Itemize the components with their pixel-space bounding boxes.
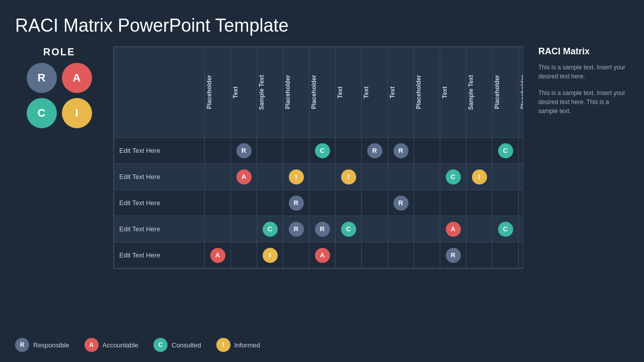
cell-3-6[interactable] bbox=[362, 216, 388, 242]
cell-2-5[interactable] bbox=[336, 190, 362, 216]
row-label-3[interactable]: Edit Text Here bbox=[114, 216, 205, 242]
cell-3-7[interactable] bbox=[388, 216, 414, 242]
col-header-11: Sample Text bbox=[466, 47, 493, 138]
col-header-5: Placeholder bbox=[309, 47, 336, 138]
cell-1-12[interactable] bbox=[519, 164, 524, 190]
cell-2-1[interactable] bbox=[231, 190, 257, 216]
cell-3-10[interactable] bbox=[466, 216, 493, 242]
badge-r: R bbox=[289, 196, 304, 211]
cell-2-8[interactable] bbox=[414, 190, 440, 216]
cell-4-10[interactable] bbox=[466, 242, 493, 268]
cell-3-2[interactable]: C bbox=[257, 216, 283, 242]
badge-i: I bbox=[263, 248, 278, 263]
cell-4-8[interactable] bbox=[414, 242, 440, 268]
cell-4-11[interactable] bbox=[493, 242, 519, 268]
cell-4-12[interactable] bbox=[519, 242, 524, 268]
cell-4-7[interactable] bbox=[388, 242, 414, 268]
row-label-4[interactable]: Edit Text Here bbox=[114, 242, 205, 268]
row-label-0[interactable]: Edit Text Here bbox=[114, 138, 205, 164]
cell-3-0[interactable] bbox=[205, 216, 231, 242]
cell-1-1[interactable]: A bbox=[231, 164, 257, 190]
row-label-2[interactable]: Edit Text Here bbox=[114, 190, 205, 216]
matrix-container: Placeholder Text Sample Text Placeholder… bbox=[113, 46, 523, 269]
cell-3-11[interactable]: C bbox=[493, 216, 519, 242]
legend-c-label: Consulted bbox=[172, 341, 201, 349]
cell-3-4[interactable]: R bbox=[309, 216, 336, 242]
badge-r: R bbox=[367, 143, 382, 158]
cell-1-11[interactable] bbox=[493, 164, 519, 190]
col-header-9: Placeholder bbox=[414, 47, 440, 138]
content-area: ROLE R A C I Placeholder Text Sample Tex… bbox=[15, 46, 629, 325]
role-r-circle: R bbox=[27, 63, 57, 93]
cell-1-4[interactable] bbox=[309, 164, 336, 190]
cell-3-1[interactable] bbox=[231, 216, 257, 242]
legend-bar: R Responsible A Accountable C Consulted … bbox=[15, 333, 629, 352]
cell-2-9[interactable] bbox=[440, 190, 466, 216]
cell-0-12[interactable]: R bbox=[519, 138, 524, 164]
cell-4-6[interactable] bbox=[362, 242, 388, 268]
role-label: ROLE bbox=[43, 46, 75, 58]
cell-1-7[interactable] bbox=[388, 164, 414, 190]
cell-1-2[interactable] bbox=[257, 164, 283, 190]
col-header-13: Placeholder bbox=[519, 47, 524, 138]
cell-3-8[interactable] bbox=[414, 216, 440, 242]
cell-2-6[interactable] bbox=[362, 190, 388, 216]
badge-i: I bbox=[341, 169, 356, 185]
cell-0-9[interactable] bbox=[440, 138, 466, 164]
cell-0-2[interactable] bbox=[257, 138, 283, 164]
cell-0-6[interactable]: R bbox=[362, 138, 388, 164]
col-header-8: Text bbox=[388, 47, 414, 138]
table-row: Edit Text HereAIICIA bbox=[114, 164, 524, 190]
cell-4-2[interactable]: I bbox=[257, 242, 283, 268]
cell-0-10[interactable] bbox=[466, 138, 493, 164]
table-row: Edit Text HereRCRRCRA bbox=[114, 138, 524, 164]
legend-r-badge: R bbox=[15, 338, 29, 352]
cell-2-7[interactable]: R bbox=[388, 190, 414, 216]
cell-0-4[interactable]: C bbox=[309, 138, 336, 164]
cell-2-12[interactable] bbox=[519, 190, 524, 216]
cell-1-5[interactable]: I bbox=[336, 164, 362, 190]
sidebar-title: RACI Matrix bbox=[538, 46, 629, 57]
cell-0-1[interactable]: R bbox=[231, 138, 257, 164]
cell-3-9[interactable]: A bbox=[440, 216, 466, 242]
role-a-circle: A bbox=[62, 63, 92, 93]
cell-4-3[interactable] bbox=[283, 242, 309, 268]
legend-i-label: Informed bbox=[234, 341, 260, 349]
cell-1-3[interactable]: I bbox=[283, 164, 309, 190]
cell-0-0[interactable] bbox=[205, 138, 231, 164]
cell-4-9[interactable]: R bbox=[440, 242, 466, 268]
cell-3-5[interactable]: C bbox=[336, 216, 362, 242]
cell-1-8[interactable] bbox=[414, 164, 440, 190]
cell-2-10[interactable] bbox=[466, 190, 493, 216]
badge-r: R bbox=[446, 248, 461, 263]
cell-1-6[interactable] bbox=[362, 164, 388, 190]
cell-4-1[interactable] bbox=[231, 242, 257, 268]
cell-3-3[interactable]: R bbox=[283, 216, 309, 242]
cell-1-10[interactable]: I bbox=[466, 164, 493, 190]
badge-c: C bbox=[498, 222, 513, 237]
cell-0-5[interactable] bbox=[336, 138, 362, 164]
table-row: Edit Text HereCRRCACIA bbox=[114, 216, 524, 242]
cell-2-2[interactable] bbox=[257, 190, 283, 216]
cell-0-3[interactable] bbox=[283, 138, 309, 164]
cell-1-9[interactable]: C bbox=[440, 164, 466, 190]
cell-4-0[interactable]: A bbox=[205, 242, 231, 268]
badge-c: C bbox=[498, 143, 513, 158]
legend-i-badge: I bbox=[216, 338, 230, 352]
cell-0-8[interactable] bbox=[414, 138, 440, 164]
cell-2-11[interactable] bbox=[493, 190, 519, 216]
cell-3-12[interactable]: I bbox=[519, 216, 524, 242]
badge-c: C bbox=[263, 222, 278, 237]
cell-0-7[interactable]: R bbox=[388, 138, 414, 164]
row-label-1[interactable]: Edit Text Here bbox=[114, 164, 205, 190]
cell-4-4[interactable]: A bbox=[309, 242, 336, 268]
cell-2-4[interactable] bbox=[309, 190, 336, 216]
cell-0-11[interactable]: C bbox=[493, 138, 519, 164]
role-i-circle: I bbox=[62, 98, 92, 128]
cell-2-3[interactable]: R bbox=[283, 190, 309, 216]
sidebar: RACI Matrix This is a sample text. Inser… bbox=[533, 46, 629, 325]
cell-4-5[interactable] bbox=[336, 242, 362, 268]
cell-1-0[interactable] bbox=[205, 164, 231, 190]
cell-2-0[interactable] bbox=[205, 190, 231, 216]
badge-a: A bbox=[210, 248, 225, 263]
